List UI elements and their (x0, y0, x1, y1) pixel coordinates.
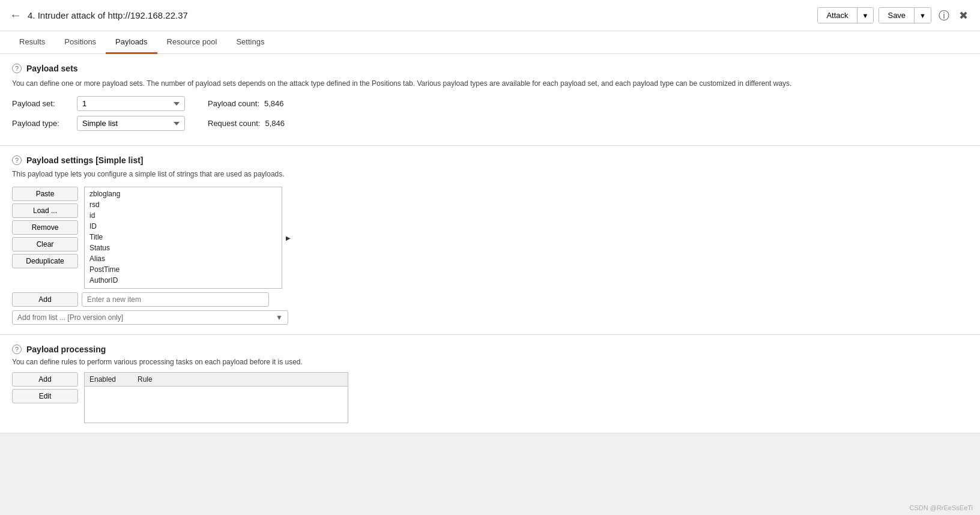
payload-sets-description: You can define one or more payload sets.… (12, 78, 968, 89)
paste-button[interactable]: Paste (12, 187, 78, 201)
processing-edit-button[interactable]: Edit (12, 389, 78, 403)
title-bar: ← 4. Intruder attack of http://192.168.2… (0, 0, 980, 31)
payload-count-label: Payload count: (208, 99, 259, 108)
add-from-list-arrow: ▼ (276, 313, 283, 322)
save-button-split: Save ▼ (879, 7, 931, 23)
payload-settings-help-icon[interactable]: ? (12, 155, 22, 165)
processing-table: Enabled Rule (84, 372, 348, 423)
page-title: 4. Intruder attack of http://192.168.22.… (28, 10, 188, 20)
tab-bar: Results Positions Payloads Resource pool… (0, 31, 980, 54)
list-item[interactable]: zbloglang (85, 188, 282, 199)
payload-set-label: Payload set: (12, 99, 72, 108)
save-main-button[interactable]: Save (879, 8, 914, 23)
add-item-input[interactable] (82, 292, 269, 307)
main-content: ? Payload sets You can define one or mor… (0, 54, 980, 433)
remove-button[interactable]: Remove (12, 220, 78, 235)
payload-sets-help-icon[interactable]: ? (12, 64, 22, 73)
payload-settings-title: Payload settings [Simple list] (26, 155, 144, 165)
payload-settings-header: ? Payload settings [Simple list] (12, 155, 968, 165)
save-arrow-button[interactable]: ▼ (914, 8, 931, 23)
processing-table-area: Add Edit Enabled Rule (12, 372, 968, 423)
request-count-label: Request count: (208, 119, 260, 128)
deduplicate-button[interactable]: Deduplicate (12, 254, 78, 268)
add-from-list-dropdown[interactable]: Add from list ... [Pro version only] ▼ (12, 310, 288, 325)
processing-table-header: Enabled Rule (85, 373, 348, 387)
request-count-value: 5,846 (265, 119, 285, 128)
payload-settings-section: ? Payload settings [Simple list] This pa… (0, 146, 980, 335)
add-row: Add (12, 292, 968, 307)
payload-set-select[interactable]: 1 2 (77, 96, 185, 111)
scroll-arrow: ▶ (286, 235, 291, 241)
tab-settings[interactable]: Settings (226, 31, 274, 54)
back-button[interactable]: ← (10, 8, 22, 22)
payload-processing-section: ? Payload processing You can define rule… (0, 335, 980, 433)
list-item[interactable]: Alias (85, 253, 282, 264)
list-item[interactable]: Status (85, 242, 282, 253)
col-rule-header: Rule (133, 373, 348, 386)
processing-add-button[interactable]: Add (12, 372, 78, 387)
payload-sets-title: Payload sets (26, 64, 78, 73)
payload-set-row: Payload set: 1 2 Payload count: 5,846 (12, 96, 968, 111)
payload-sets-section: ? Payload sets You can define one or mor… (0, 54, 980, 146)
payload-type-row: Payload type: Simple list Runtime file C… (12, 116, 968, 131)
add-button[interactable]: Add (12, 292, 78, 307)
list-item[interactable]: Tag (85, 286, 282, 289)
list-item[interactable]: AuthorID (85, 275, 282, 286)
list-item[interactable]: id (85, 210, 282, 221)
tab-payloads[interactable]: Payloads (106, 31, 157, 54)
list-item[interactable]: ID (85, 221, 282, 232)
title-left: ← 4. Intruder attack of http://192.168.2… (10, 8, 188, 22)
list-area: Paste Load ... Remove Clear Deduplicate … (12, 187, 968, 289)
list-item[interactable]: rsd (85, 199, 282, 210)
settings-button[interactable]: ✖ (957, 7, 970, 25)
attack-main-button[interactable]: Attack (818, 8, 856, 23)
help-button[interactable]: ⓘ (936, 6, 952, 25)
tab-positions[interactable]: Positions (55, 31, 106, 54)
payload-settings-description: This payload type lets you configure a s… (12, 169, 968, 179)
clear-button[interactable]: Clear (12, 237, 78, 251)
processing-header: ? Payload processing (12, 345, 968, 354)
tab-results[interactable]: Results (10, 31, 55, 54)
col-enabled-header: Enabled (85, 373, 133, 386)
title-right: Attack ▼ Save ▼ ⓘ ✖ (817, 6, 970, 25)
load-button[interactable]: Load ... (12, 203, 78, 218)
tab-resource-pool[interactable]: Resource pool (157, 31, 227, 54)
add-from-list-label: Add from list ... [Pro version only] (17, 313, 123, 322)
processing-buttons: Add Edit (12, 372, 78, 423)
list-item[interactable]: PostTime (85, 264, 282, 275)
payload-type-select[interactable]: Simple list Runtime file Custom iterator (77, 116, 185, 131)
processing-help-icon[interactable]: ? (12, 345, 22, 354)
list-item[interactable]: Title (85, 232, 282, 242)
payload-sets-header: ? Payload sets (12, 64, 968, 73)
payload-count-value: 5,846 (264, 99, 284, 108)
processing-table-body (85, 387, 348, 423)
payload-type-label: Payload type: (12, 119, 72, 128)
processing-description: You can define rules to perform various … (12, 358, 968, 366)
processing-title: Payload processing (26, 345, 106, 354)
attack-arrow-button[interactable]: ▼ (857, 8, 874, 23)
list-buttons: Paste Load ... Remove Clear Deduplicate (12, 187, 78, 289)
payload-list[interactable]: zbloglangrsdidIDTitleStatusAliasPostTime… (84, 187, 282, 289)
attack-button-split: Attack ▼ (817, 7, 874, 23)
list-container: zbloglangrsdidIDTitleStatusAliasPostTime… (84, 187, 282, 289)
